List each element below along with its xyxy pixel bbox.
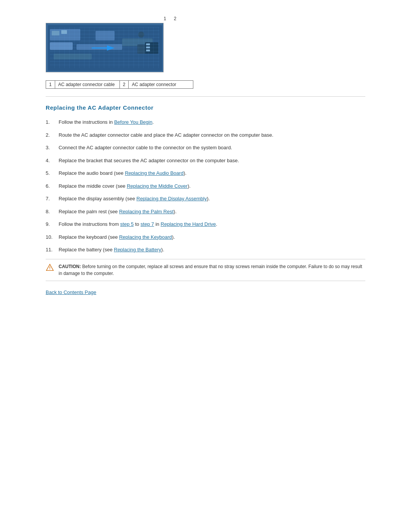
step-text-7: Replace the display assembly (see Replac… [59,195,210,203]
svg-marker-12 [107,45,115,51]
caution-body: Before turning on the computer, replace … [59,264,362,276]
step-10: 10. Replace the keyboard (see Replacing … [46,233,365,241]
svg-rect-8 [52,31,59,35]
caution-text: CAUTION: Before turning on the computer,… [59,263,365,277]
caution-icon [46,264,54,272]
step-num-9: 9. [46,220,56,228]
svg-rect-6 [96,31,115,40]
back-to-contents-link[interactable]: Back to Contents Page [46,289,96,295]
diagram-image [46,23,164,72]
svg-rect-5 [54,54,92,59]
replacing-middle-cover-link[interactable]: Replacing the Middle Cover [127,183,188,189]
part-label-2: AC adapter connector [129,81,193,89]
svg-rect-17 [146,50,150,51]
step-num-1: 1. [46,118,56,126]
svg-rect-15 [146,43,150,45]
svg-rect-3 [50,42,73,50]
section-title: Replacing the AC Adapter Connector [46,104,365,111]
steps-list: 1. Follow the instructions in Before You… [46,118,365,254]
step-6: 6. Replace the middle cover (see Replaci… [46,182,365,190]
part-num-1: 1 [46,81,55,89]
step-text-10: Replace the keyboard (see Replacing the … [59,233,175,241]
step-num-8: 8. [46,208,56,216]
step-text-3: Connect the AC adapter connector cable t… [59,144,232,152]
svg-point-18 [49,269,50,269]
step-5: 5. Replace the audio board (see Replacin… [46,169,365,177]
replacing-palm-rest-link[interactable]: Replacing the Palm Rest [119,209,174,214]
svg-rect-11 [137,44,153,54]
step-num-5: 5. [46,169,56,177]
replacing-hard-drive-link[interactable]: Replacing the Hard Drive [161,221,216,227]
step-text-6: Replace the middle cover (see Replacing … [59,182,191,190]
step-text-4: Replace the bracket that secures the AC … [59,157,239,165]
step-num-6: 6. [46,182,56,190]
before-you-begin-link[interactable]: Before You Begin [114,119,152,125]
step-text-9: Follow the instructions from step 5 to s… [59,220,217,228]
svg-rect-2 [50,29,80,40]
replacing-keyboard-link[interactable]: Replacing the Keyboard [119,234,172,240]
diagram-num-2: 2 [174,16,177,21]
section-divider [46,96,365,97]
replacing-audio-board-link[interactable]: Replacing the Audio Board [125,170,183,176]
part-num-2: 2 [119,81,129,89]
svg-rect-0 [46,23,164,72]
svg-rect-16 [146,46,150,48]
step-1: 1. Follow the instructions in Before You… [46,118,365,126]
svg-rect-1 [48,25,162,71]
svg-rect-9 [61,30,67,34]
step-8: 8. Replace the palm rest (see Replacing … [46,208,365,216]
parts-table: 1 AC adapter connector cable 2 AC adapte… [46,80,193,89]
svg-rect-4 [76,44,122,50]
step-5-link[interactable]: step 5 [120,221,134,227]
step-num-11: 11. [46,246,56,254]
part-label-1: AC adapter connector cable [55,81,119,89]
svg-rect-14 [145,42,158,54]
diagram-num-1: 1 [164,16,166,21]
step-text-11: Replace the battery (see Replacing the B… [59,246,164,254]
step-text-8: Replace the palm rest (see Replacing the… [59,208,177,216]
back-link-container: Back to Contents Page [46,289,365,295]
step-4: 4. Replace the bracket that secures the … [46,157,365,165]
step-num-2: 2. [46,131,56,139]
step-num-4: 4. [46,157,56,165]
step-num-10: 10. [46,233,56,241]
step-text-2: Route the AC adapter connector cable and… [59,131,273,139]
diagram-section: 1 2 [46,23,365,89]
caution-label: CAUTION: [59,264,81,269]
step-num-3: 3. [46,144,56,152]
svg-point-10 [138,32,144,38]
step-text-1: Follow the instructions in Before You Be… [59,118,154,126]
step-2: 2. Route the AC adapter connector cable … [46,131,365,139]
step-num-7: 7. [46,195,56,203]
step-7: 7. Replace the display assembly (see Rep… [46,195,365,203]
step-9: 9. Follow the instructions from step 5 t… [46,220,365,228]
step-text-5: Replace the audio board (see Replacing t… [59,169,186,177]
replacing-battery-link[interactable]: Replacing the Battery [114,247,161,252]
step-11: 11. Replace the battery (see Replacing t… [46,246,365,254]
replacing-display-assembly-link[interactable]: Replacing the Display Assembly [137,196,207,201]
step-3: 3. Connect the AC adapter connector cabl… [46,144,365,152]
diagram-numbers: 1 2 [164,16,176,21]
svg-rect-7 [122,38,153,46]
caution-box: CAUTION: Before turning on the computer,… [46,259,365,281]
step-7-link[interactable]: step 7 [140,221,154,227]
